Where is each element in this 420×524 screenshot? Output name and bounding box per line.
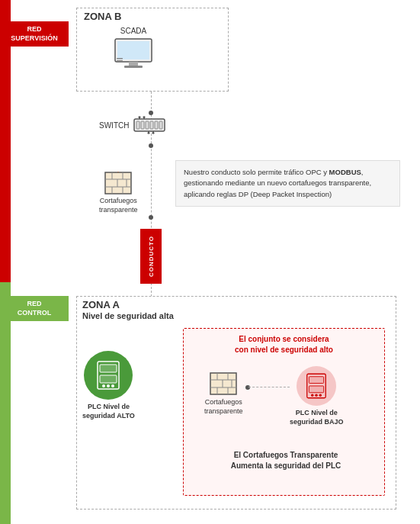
svg-rect-8 <box>141 121 144 129</box>
plc-high-area: PLC Nivel de seguridad ALTO <box>82 351 135 420</box>
zona-b-title: ZONA B <box>84 11 121 22</box>
plc-low-icon <box>306 372 327 400</box>
scada-label: SCADA <box>113 27 154 35</box>
svg-rect-7 <box>136 121 139 129</box>
svg-rect-36 <box>210 373 236 394</box>
svg-point-35 <box>111 384 114 387</box>
svg-rect-32 <box>100 375 117 383</box>
conducto-block: CONDUCTO <box>140 229 162 284</box>
dot-cortafuegos-bottom <box>149 215 153 220</box>
computer-icon <box>113 37 154 71</box>
h-connector-line <box>248 387 290 387</box>
svg-rect-31 <box>100 365 117 372</box>
svg-point-50 <box>319 394 322 397</box>
zona-a-subtitle: Nivel de seguridad alta <box>82 311 174 320</box>
switch-label: SWITCH <box>99 121 129 130</box>
label-control: RED CONTROL <box>0 296 69 321</box>
svg-rect-4 <box>117 58 123 59</box>
cortafuegos-icon-area: Cortafuegostransparente <box>99 172 138 214</box>
firewall-icon-bottom <box>210 372 237 395</box>
switch-icon <box>133 113 165 137</box>
label-supervision: RED SUPERVISIÓN <box>0 21 69 47</box>
plc-high-circle <box>84 351 133 400</box>
main-container: RED SUPERVISIÓN RED CONTROL ZONA B SCADA… <box>0 0 420 524</box>
plc-low-area: PLC Nivel de seguridad BAJO <box>290 366 344 426</box>
dot-connector <box>245 385 250 390</box>
plc-low-circle <box>297 366 336 406</box>
svg-rect-10 <box>150 121 153 129</box>
zona-a-title: ZONA A <box>82 299 120 310</box>
svg-rect-1 <box>117 41 149 59</box>
cortafuegos-area: Cortafuegostransparente <box>99 172 138 214</box>
svg-rect-11 <box>155 121 158 129</box>
switch-area: SWITCH <box>99 113 165 137</box>
svg-rect-47 <box>309 386 324 393</box>
cortafuegos-bottom-label: Cortafuegostransparente <box>204 398 243 416</box>
dot-switch-bottom <box>149 143 153 148</box>
cortafuegos-bottom-area: Cortafuegostransparente <box>204 372 243 416</box>
cortafuegos-label-top: Cortafuegostransparente <box>99 197 138 214</box>
plc-low-label: PLC Nivel de seguridad BAJO <box>290 409 344 426</box>
svg-rect-9 <box>146 121 149 129</box>
svg-rect-46 <box>309 377 324 384</box>
svg-rect-5 <box>117 60 123 62</box>
svg-rect-3 <box>124 66 143 68</box>
firewall-icon-top <box>104 172 132 194</box>
svg-point-33 <box>102 384 105 387</box>
svg-rect-21 <box>105 172 131 194</box>
scada-area: SCADA <box>113 27 154 72</box>
bottom-label: El Cortafuegos Transparente Aumenta la s… <box>194 450 377 471</box>
conducto-text: CONDUCTO <box>148 236 155 277</box>
svg-point-48 <box>311 394 314 397</box>
svg-point-34 <box>107 384 110 387</box>
svg-rect-2 <box>129 62 138 66</box>
plc-high-icon <box>96 360 120 391</box>
zona-a-inner-label: El conjunto se considera con nivel de se… <box>198 334 370 355</box>
svg-point-49 <box>316 394 319 397</box>
info-box: Nuestro conducto solo permite tráfico OP… <box>175 160 400 207</box>
plc-high-label: PLC Nivel de seguridad ALTO <box>82 403 135 420</box>
svg-rect-12 <box>159 121 162 129</box>
